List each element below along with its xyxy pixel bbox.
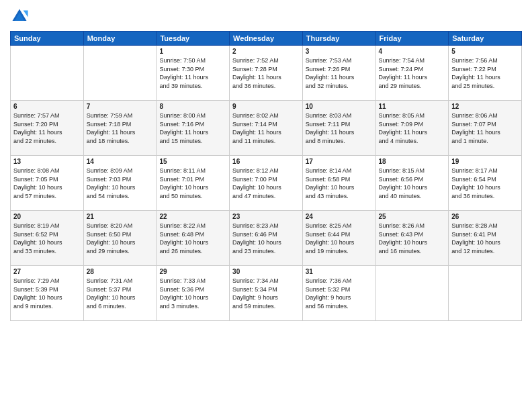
day-number: 21 <box>87 213 154 220</box>
calendar-cell: 21Sunrise: 8:20 AM Sunset: 6:50 PM Dayli… <box>83 211 157 266</box>
calendar-cell <box>83 46 157 101</box>
calendar-body: 1Sunrise: 7:50 AM Sunset: 7:30 PM Daylig… <box>11 46 522 321</box>
day-info: Sunrise: 7:50 AM Sunset: 7:30 PM Dayligh… <box>159 56 226 90</box>
calendar-week-row: 6Sunrise: 7:57 AM Sunset: 7:20 PM Daylig… <box>11 101 522 156</box>
day-number: 29 <box>159 268 226 275</box>
day-info: Sunrise: 8:12 AM Sunset: 7:00 PM Dayligh… <box>232 167 300 200</box>
calendar-cell <box>449 266 522 321</box>
day-info: Sunrise: 7:56 AM Sunset: 7:22 PM Dayligh… <box>451 56 519 90</box>
day-info: Sunrise: 8:09 AM Sunset: 7:03 PM Dayligh… <box>87 167 154 200</box>
day-number: 20 <box>13 213 81 220</box>
day-info: Sunrise: 7:59 AM Sunset: 7:18 PM Dayligh… <box>87 111 154 145</box>
logo-icon <box>10 7 29 26</box>
day-info: Sunrise: 7:57 AM Sunset: 7:20 PM Dayligh… <box>13 111 81 145</box>
day-info: Sunrise: 8:28 AM Sunset: 6:41 PM Dayligh… <box>451 222 519 255</box>
calendar-cell: 5Sunrise: 7:56 AM Sunset: 7:22 PM Daylig… <box>449 46 522 101</box>
calendar-cell: 9Sunrise: 8:02 AM Sunset: 7:14 PM Daylig… <box>230 101 303 156</box>
calendar-cell: 17Sunrise: 8:14 AM Sunset: 6:58 PM Dayli… <box>302 156 375 211</box>
day-number: 6 <box>13 103 81 110</box>
calendar-cell: 1Sunrise: 7:50 AM Sunset: 7:30 PM Daylig… <box>157 46 230 101</box>
calendar-cell: 20Sunrise: 8:19 AM Sunset: 6:52 PM Dayli… <box>11 211 84 266</box>
calendar-cell: 25Sunrise: 8:26 AM Sunset: 6:43 PM Dayli… <box>375 211 449 266</box>
calendar-cell: 24Sunrise: 8:25 AM Sunset: 6:44 PM Dayli… <box>302 211 375 266</box>
day-number: 16 <box>232 158 300 165</box>
day-info: Sunrise: 7:53 AM Sunset: 7:26 PM Dayligh… <box>306 56 373 90</box>
day-number: 12 <box>451 103 519 110</box>
day-number: 3 <box>306 48 373 55</box>
calendar-cell: 16Sunrise: 8:12 AM Sunset: 7:00 PM Dayli… <box>230 156 303 211</box>
day-info: Sunrise: 8:02 AM Sunset: 7:14 PM Dayligh… <box>232 111 300 145</box>
calendar-cell: 23Sunrise: 8:23 AM Sunset: 6:46 PM Dayli… <box>230 211 303 266</box>
day-number: 15 <box>159 158 226 165</box>
calendar-cell <box>11 46 84 101</box>
calendar-cell: 19Sunrise: 8:17 AM Sunset: 6:54 PM Dayli… <box>449 156 522 211</box>
calendar-cell: 15Sunrise: 8:11 AM Sunset: 7:01 PM Dayli… <box>157 156 230 211</box>
calendar-cell: 28Sunrise: 7:31 AM Sunset: 5:37 PM Dayli… <box>83 266 157 321</box>
calendar-cell: 31Sunrise: 7:36 AM Sunset: 5:32 PM Dayli… <box>302 266 375 321</box>
day-info: Sunrise: 8:20 AM Sunset: 6:50 PM Dayligh… <box>87 222 154 255</box>
day-info: Sunrise: 8:25 AM Sunset: 6:44 PM Dayligh… <box>306 222 373 255</box>
calendar-cell: 14Sunrise: 8:09 AM Sunset: 7:03 PM Dayli… <box>83 156 157 211</box>
logo <box>10 7 32 26</box>
calendar-cell: 18Sunrise: 8:15 AM Sunset: 6:56 PM Dayli… <box>375 156 449 211</box>
day-info: Sunrise: 8:11 AM Sunset: 7:01 PM Dayligh… <box>159 167 226 200</box>
day-number: 1 <box>159 48 226 55</box>
calendar-table: SundayMondayTuesdayWednesdayThursdayFrid… <box>10 31 522 321</box>
day-info: Sunrise: 7:52 AM Sunset: 7:28 PM Dayligh… <box>232 56 300 90</box>
day-number: 9 <box>232 103 300 110</box>
day-number: 24 <box>306 213 373 220</box>
calendar-cell: 6Sunrise: 7:57 AM Sunset: 7:20 PM Daylig… <box>11 101 84 156</box>
day-info: Sunrise: 8:15 AM Sunset: 6:56 PM Dayligh… <box>379 167 446 200</box>
day-number: 17 <box>306 158 373 165</box>
day-info: Sunrise: 8:26 AM Sunset: 6:43 PM Dayligh… <box>379 222 446 255</box>
column-header-wednesday: Wednesday <box>230 32 303 46</box>
column-header-friday: Friday <box>375 32 449 46</box>
column-header-thursday: Thursday <box>302 32 375 46</box>
day-info: Sunrise: 8:22 AM Sunset: 6:48 PM Dayligh… <box>159 222 226 255</box>
calendar-cell: 8Sunrise: 8:00 AM Sunset: 7:16 PM Daylig… <box>157 101 230 156</box>
calendar-header: SundayMondayTuesdayWednesdayThursdayFrid… <box>11 32 522 46</box>
day-number: 31 <box>306 268 373 275</box>
day-info: Sunrise: 8:00 AM Sunset: 7:16 PM Dayligh… <box>159 111 226 145</box>
day-info: Sunrise: 8:23 AM Sunset: 6:46 PM Dayligh… <box>232 222 300 255</box>
day-number: 5 <box>451 48 519 55</box>
day-info: Sunrise: 8:14 AM Sunset: 6:58 PM Dayligh… <box>306 167 373 200</box>
column-header-tuesday: Tuesday <box>157 32 230 46</box>
day-info: Sunrise: 8:03 AM Sunset: 7:11 PM Dayligh… <box>306 111 373 145</box>
calendar-cell: 29Sunrise: 7:33 AM Sunset: 5:36 PM Dayli… <box>157 266 230 321</box>
calendar-cell: 12Sunrise: 8:06 AM Sunset: 7:07 PM Dayli… <box>449 101 522 156</box>
day-info: Sunrise: 8:19 AM Sunset: 6:52 PM Dayligh… <box>13 222 81 255</box>
column-header-saturday: Saturday <box>449 32 522 46</box>
day-info: Sunrise: 8:05 AM Sunset: 7:09 PM Dayligh… <box>379 111 446 145</box>
day-info: Sunrise: 7:29 AM Sunset: 5:39 PM Dayligh… <box>13 277 81 310</box>
calendar-week-row: 27Sunrise: 7:29 AM Sunset: 5:39 PM Dayli… <box>11 266 522 321</box>
calendar-cell: 27Sunrise: 7:29 AM Sunset: 5:39 PM Dayli… <box>11 266 84 321</box>
day-info: Sunrise: 7:33 AM Sunset: 5:36 PM Dayligh… <box>159 277 226 310</box>
svg-marker-2 <box>24 11 28 17</box>
day-number: 27 <box>13 268 81 275</box>
calendar-cell: 10Sunrise: 8:03 AM Sunset: 7:11 PM Dayli… <box>302 101 375 156</box>
calendar-cell: 26Sunrise: 8:28 AM Sunset: 6:41 PM Dayli… <box>449 211 522 266</box>
day-info: Sunrise: 7:54 AM Sunset: 7:24 PM Dayligh… <box>379 56 446 90</box>
calendar-cell: 11Sunrise: 8:05 AM Sunset: 7:09 PM Dayli… <box>375 101 449 156</box>
calendar-week-row: 1Sunrise: 7:50 AM Sunset: 7:30 PM Daylig… <box>11 46 522 101</box>
day-info: Sunrise: 8:06 AM Sunset: 7:07 PM Dayligh… <box>451 111 519 145</box>
calendar-cell: 2Sunrise: 7:52 AM Sunset: 7:28 PM Daylig… <box>230 46 303 101</box>
day-number: 18 <box>379 158 446 165</box>
header <box>10 7 522 26</box>
day-info: Sunrise: 7:34 AM Sunset: 5:34 PM Dayligh… <box>232 277 300 310</box>
day-info: Sunrise: 8:17 AM Sunset: 6:54 PM Dayligh… <box>451 167 519 200</box>
day-number: 2 <box>232 48 300 55</box>
calendar-cell: 13Sunrise: 8:08 AM Sunset: 7:05 PM Dayli… <box>11 156 84 211</box>
day-number: 23 <box>232 213 300 220</box>
day-number: 26 <box>451 213 519 220</box>
calendar-cell: 30Sunrise: 7:34 AM Sunset: 5:34 PM Dayli… <box>230 266 303 321</box>
day-number: 14 <box>87 158 154 165</box>
page: SundayMondayTuesdayWednesdayThursdayFrid… <box>0 0 532 411</box>
calendar-week-row: 20Sunrise: 8:19 AM Sunset: 6:52 PM Dayli… <box>11 211 522 266</box>
day-number: 19 <box>451 158 519 165</box>
calendar-cell <box>375 266 449 321</box>
calendar-cell: 7Sunrise: 7:59 AM Sunset: 7:18 PM Daylig… <box>83 101 157 156</box>
calendar-cell: 4Sunrise: 7:54 AM Sunset: 7:24 PM Daylig… <box>375 46 449 101</box>
day-number: 30 <box>232 268 300 275</box>
